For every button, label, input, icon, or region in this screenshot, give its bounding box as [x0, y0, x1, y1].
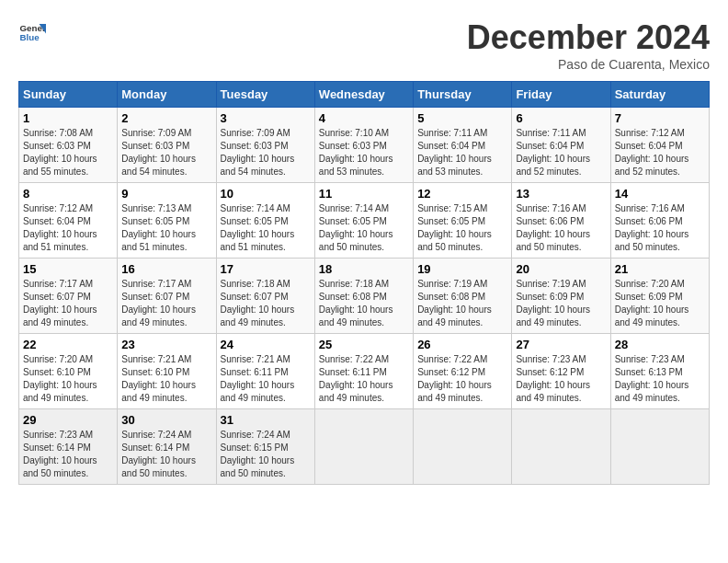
location: Paso de Cuarenta, Mexico	[467, 57, 710, 72]
table-row: 26 Sunrise: 7:22 AM Sunset: 6:12 PM Dayl…	[414, 334, 512, 409]
day-number: 15	[23, 262, 113, 276]
day-number: 1	[23, 111, 113, 125]
day-info: Sunrise: 7:14 AM Sunset: 6:05 PM Dayligh…	[319, 202, 409, 254]
table-row	[314, 409, 413, 485]
day-number: 17	[221, 262, 311, 276]
col-tuesday: Tuesday	[216, 82, 314, 108]
day-info: Sunrise: 7:15 AM Sunset: 6:05 PM Dayligh…	[417, 202, 507, 254]
day-info: Sunrise: 7:13 AM Sunset: 6:05 PM Dayligh…	[121, 202, 211, 254]
day-number: 4	[319, 111, 409, 125]
day-number: 16	[121, 262, 211, 276]
day-number: 7	[615, 111, 705, 125]
table-row: 16 Sunrise: 7:17 AM Sunset: 6:07 PM Dayl…	[118, 259, 216, 334]
day-number: 11	[319, 187, 409, 201]
table-row: 12 Sunrise: 7:15 AM Sunset: 6:05 PM Dayl…	[414, 183, 512, 259]
day-number: 22	[23, 338, 113, 351]
day-number: 18	[319, 262, 409, 276]
svg-text:Blue: Blue	[20, 32, 40, 42]
day-number: 31	[221, 413, 311, 427]
calendar-week-row: 22 Sunrise: 7:20 AM Sunset: 6:10 PM Dayl…	[19, 334, 710, 409]
table-row: 22 Sunrise: 7:20 AM Sunset: 6:10 PM Dayl…	[19, 334, 118, 409]
day-number: 19	[417, 262, 507, 276]
day-info: Sunrise: 7:18 AM Sunset: 6:07 PM Dayligh…	[221, 278, 311, 329]
table-row: 27 Sunrise: 7:23 AM Sunset: 6:12 PM Dayl…	[512, 334, 610, 409]
day-info: Sunrise: 7:12 AM Sunset: 6:04 PM Dayligh…	[23, 202, 113, 254]
day-number: 14	[615, 187, 705, 201]
month-title: December 2024	[467, 18, 710, 57]
day-info: Sunrise: 7:20 AM Sunset: 6:10 PM Dayligh…	[23, 353, 113, 405]
table-row: 25 Sunrise: 7:22 AM Sunset: 6:11 PM Dayl…	[314, 334, 413, 409]
day-info: Sunrise: 7:09 AM Sunset: 6:03 PM Dayligh…	[221, 127, 311, 178]
table-row: 28 Sunrise: 7:23 AM Sunset: 6:13 PM Dayl…	[610, 334, 709, 409]
day-info: Sunrise: 7:19 AM Sunset: 6:09 PM Dayligh…	[516, 278, 606, 329]
table-row	[414, 409, 512, 485]
table-row: 3 Sunrise: 7:09 AM Sunset: 6:03 PM Dayli…	[216, 108, 314, 183]
logo-icon: General Blue	[18, 18, 46, 46]
table-row	[512, 409, 610, 485]
day-info: Sunrise: 7:17 AM Sunset: 6:07 PM Dayligh…	[23, 278, 113, 329]
day-info: Sunrise: 7:16 AM Sunset: 6:06 PM Dayligh…	[516, 202, 606, 254]
day-info: Sunrise: 7:08 AM Sunset: 6:03 PM Dayligh…	[23, 127, 113, 178]
col-thursday: Thursday	[414, 82, 512, 108]
table-row: 19 Sunrise: 7:19 AM Sunset: 6:08 PM Dayl…	[414, 259, 512, 334]
table-row: 13 Sunrise: 7:16 AM Sunset: 6:06 PM Dayl…	[512, 183, 610, 259]
day-number: 2	[121, 111, 211, 125]
day-number: 12	[417, 187, 507, 201]
table-row: 20 Sunrise: 7:19 AM Sunset: 6:09 PM Dayl…	[512, 259, 610, 334]
calendar-week-row: 15 Sunrise: 7:17 AM Sunset: 6:07 PM Dayl…	[19, 259, 710, 334]
table-row: 17 Sunrise: 7:18 AM Sunset: 6:07 PM Dayl…	[216, 259, 314, 334]
table-row	[610, 409, 709, 485]
day-number: 5	[417, 111, 507, 125]
day-info: Sunrise: 7:10 AM Sunset: 6:03 PM Dayligh…	[319, 127, 409, 178]
calendar-week-row: 29 Sunrise: 7:23 AM Sunset: 6:14 PM Dayl…	[19, 409, 710, 485]
day-number: 13	[516, 187, 606, 201]
col-wednesday: Wednesday	[314, 82, 413, 108]
day-info: Sunrise: 7:19 AM Sunset: 6:08 PM Dayligh…	[417, 278, 507, 329]
header-row: Sunday Monday Tuesday Wednesday Thursday…	[19, 82, 710, 108]
col-saturday: Saturday	[610, 82, 709, 108]
title-block: December 2024 Paso de Cuarenta, Mexico	[467, 18, 710, 72]
day-number: 28	[615, 338, 705, 351]
day-number: 9	[121, 187, 211, 201]
day-info: Sunrise: 7:22 AM Sunset: 6:11 PM Dayligh…	[319, 353, 409, 405]
day-number: 30	[121, 413, 211, 427]
table-row: 29 Sunrise: 7:23 AM Sunset: 6:14 PM Dayl…	[19, 409, 118, 485]
day-info: Sunrise: 7:22 AM Sunset: 6:12 PM Dayligh…	[417, 353, 507, 405]
day-info: Sunrise: 7:14 AM Sunset: 6:05 PM Dayligh…	[221, 202, 311, 254]
table-row: 31 Sunrise: 7:24 AM Sunset: 6:15 PM Dayl…	[216, 409, 314, 485]
table-row: 15 Sunrise: 7:17 AM Sunset: 6:07 PM Dayl…	[19, 259, 118, 334]
logo: General Blue	[18, 18, 46, 46]
col-monday: Monday	[118, 82, 216, 108]
table-row: 21 Sunrise: 7:20 AM Sunset: 6:09 PM Dayl…	[610, 259, 709, 334]
table-row: 8 Sunrise: 7:12 AM Sunset: 6:04 PM Dayli…	[19, 183, 118, 259]
day-info: Sunrise: 7:09 AM Sunset: 6:03 PM Dayligh…	[121, 127, 211, 178]
col-friday: Friday	[512, 82, 610, 108]
day-number: 21	[615, 262, 705, 276]
table-row: 6 Sunrise: 7:11 AM Sunset: 6:04 PM Dayli…	[512, 108, 610, 183]
table-row: 11 Sunrise: 7:14 AM Sunset: 6:05 PM Dayl…	[314, 183, 413, 259]
day-info: Sunrise: 7:21 AM Sunset: 6:10 PM Dayligh…	[121, 353, 211, 405]
day-info: Sunrise: 7:24 AM Sunset: 6:14 PM Dayligh…	[121, 429, 211, 480]
day-info: Sunrise: 7:11 AM Sunset: 6:04 PM Dayligh…	[516, 127, 606, 178]
day-info: Sunrise: 7:20 AM Sunset: 6:09 PM Dayligh…	[615, 278, 705, 329]
page-header: General Blue December 2024 Paso de Cuare…	[18, 18, 710, 72]
day-info: Sunrise: 7:23 AM Sunset: 6:12 PM Dayligh…	[516, 353, 606, 405]
day-number: 29	[23, 413, 113, 427]
table-row: 24 Sunrise: 7:21 AM Sunset: 6:11 PM Dayl…	[216, 334, 314, 409]
day-info: Sunrise: 7:23 AM Sunset: 6:14 PM Dayligh…	[23, 429, 113, 480]
table-row: 23 Sunrise: 7:21 AM Sunset: 6:10 PM Dayl…	[118, 334, 216, 409]
day-number: 6	[516, 111, 606, 125]
day-number: 3	[221, 111, 311, 125]
table-row: 7 Sunrise: 7:12 AM Sunset: 6:04 PM Dayli…	[610, 108, 709, 183]
calendar-week-row: 1 Sunrise: 7:08 AM Sunset: 6:03 PM Dayli…	[19, 108, 710, 183]
table-row: 4 Sunrise: 7:10 AM Sunset: 6:03 PM Dayli…	[314, 108, 413, 183]
day-number: 8	[23, 187, 113, 201]
calendar-table: Sunday Monday Tuesday Wednesday Thursday…	[18, 81, 710, 485]
table-row: 2 Sunrise: 7:09 AM Sunset: 6:03 PM Dayli…	[118, 108, 216, 183]
day-info: Sunrise: 7:12 AM Sunset: 6:04 PM Dayligh…	[615, 127, 705, 178]
col-sunday: Sunday	[19, 82, 118, 108]
day-info: Sunrise: 7:17 AM Sunset: 6:07 PM Dayligh…	[121, 278, 211, 329]
table-row: 10 Sunrise: 7:14 AM Sunset: 6:05 PM Dayl…	[216, 183, 314, 259]
day-number: 26	[417, 338, 507, 351]
day-number: 27	[516, 338, 606, 351]
